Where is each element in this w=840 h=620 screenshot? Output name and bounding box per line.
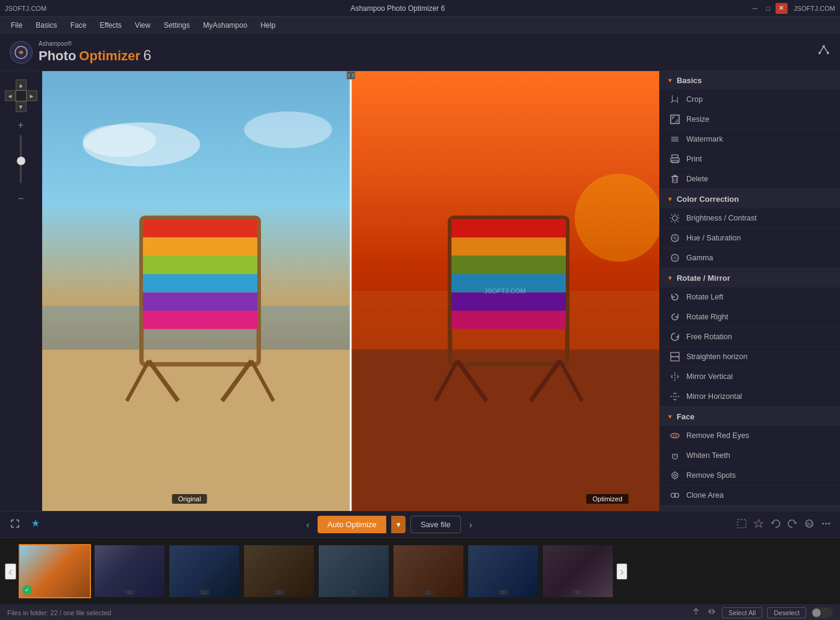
sidebar-label-remove-red-eyes: Remove Red Eyes [686,431,749,440]
remove-spots-icon [669,470,680,481]
nav-row: ◄ ► [5,90,37,101]
section-face-header[interactable]: ▼ Face [660,407,840,426]
sidebar-item-mirror-vertical[interactable]: Mirror Vertical [660,367,840,387]
svg-point-8 [83,125,156,157]
title-bar: JSOFTJ.COM Ashampoo Photo Optimizer 6 ─ … [0,0,840,17]
hue-icon [669,233,680,243]
nav-right-button[interactable]: ► [27,90,37,101]
select-all-button[interactable]: Select All [722,607,762,618]
star-button[interactable] [28,517,43,532]
section-face-title: Face [677,412,695,421]
sidebar-label-resize: Resize [686,115,709,124]
section-color-correction-header[interactable]: ▼ Color Correction [660,190,840,208]
menu-myashampoo[interactable]: MyAshampoo [197,19,253,31]
sidebar-item-delete[interactable]: Delete [660,169,840,189]
svg-rect-15 [143,256,257,274]
left-toolbar: ▲ ◄ ► ▼ + − [0,71,42,511]
zoom-out-button[interactable]: − [14,192,28,206]
sidebar-item-crop[interactable]: Crop [660,90,840,110]
menu-file[interactable]: File [5,19,28,31]
next-file-button[interactable]: › [466,518,476,532]
nav-down-button[interactable]: ▼ [16,101,27,112]
sort-up-icon[interactable] [691,606,701,619]
straighten-icon [669,351,680,362]
sort-lr-icon[interactable] [706,606,717,619]
menu-help[interactable]: Help [254,19,281,31]
sidebar-item-print[interactable]: Print [660,149,840,169]
menu-basics[interactable]: Basics [30,19,63,31]
svg-rect-16 [143,274,257,292]
undo-icon[interactable] [769,517,782,533]
deselect-button[interactable]: Deselect [767,607,806,618]
svg-rect-18 [143,311,257,329]
nav-up-button[interactable]: ▲ [16,80,27,90]
section-basics: ▼ Basics Crop Resize Watermark [660,71,840,190]
rotate-action-icon[interactable]: 90 [803,517,816,533]
sidebar-item-resize[interactable]: Resize [660,110,840,130]
sidebar-item-remove-red-eyes[interactable]: Remove Red Eyes [660,426,840,446]
section-rotate-mirror: ▼ Rotate / Mirror Rotate Left Rotate Rig… [660,269,840,407]
status-text: Files in folder: 22 / one file selected [7,609,111,616]
section-basics-title: Basics [677,76,702,85]
title-watermark-right: JSOFTJ.COM [794,5,835,12]
section-face: ▼ Face Remove Red Eyes Whiten Teeth Rem [660,407,840,506]
film-item-8[interactable]: □ [542,544,614,598]
sidebar-label-watermark: Watermark [686,135,723,143]
auto-optimize-dropdown[interactable]: ▾ [391,516,406,533]
menu-settings[interactable]: Settings [158,19,196,31]
redo-icon[interactable] [786,517,799,533]
menu-view[interactable]: View [129,19,157,31]
film-item-3[interactable]: □ [168,544,240,598]
sidebar-item-brightness-contrast[interactable]: Brightness / Contrast [660,208,840,228]
sidebar-item-rotate-right[interactable]: Rotate Right [660,307,840,327]
image-area: Original [42,71,659,511]
sidebar-item-mirror-horizontal[interactable]: Mirror Horizontal [660,387,840,407]
split-handle-top[interactable] [346,71,355,80]
save-file-button[interactable]: Save file [410,516,461,533]
svg-rect-47 [674,175,676,177]
auto-optimize-button[interactable]: Auto Optimize [318,516,386,533]
sidebar-item-remove-spots[interactable]: Remove Spots [660,466,840,486]
film-item-7[interactable]: □ [467,544,539,598]
section-effects-header[interactable]: ▼ Effects [660,506,840,511]
film-item-6[interactable]: □ [392,544,465,598]
nav-left-button[interactable]: ◄ [5,90,16,101]
minimize-button[interactable]: ─ [749,3,761,14]
filmstrip-next[interactable]: › [616,563,628,580]
svg-rect-11 [42,349,351,511]
close-button[interactable]: ✕ [776,3,788,14]
sidebar-item-gamma[interactable]: Gamma [660,248,840,268]
svg-marker-55 [671,355,672,358]
sidebar-item-clone-area[interactable]: Clone Area [660,486,840,506]
sidebar-item-watermark[interactable]: Watermark [660,130,840,149]
menu-effects[interactable]: Effects [93,19,127,31]
more-options-icon[interactable] [820,517,833,533]
film-item-1[interactable]: ✓ [19,544,91,598]
star-action-icon[interactable] [752,517,765,533]
maximize-button[interactable]: □ [762,3,774,14]
film-item-4[interactable]: □ [243,544,315,598]
film-item-2[interactable]: □ [93,544,166,598]
view-toggle[interactable] [811,607,833,618]
sidebar-item-free-rotation[interactable]: Free Rotation [660,327,840,347]
sidebar-item-whiten-teeth[interactable]: Whiten Teeth [660,446,840,466]
prev-file-button[interactable]: ‹ [303,518,313,532]
expand-button[interactable] [7,517,23,532]
section-basics-header[interactable]: ▼ Basics [660,71,840,90]
menu-bar: File Basics Face Effects View Settings M… [0,17,840,34]
split-divider[interactable] [350,71,352,511]
section-rotate-header[interactable]: ▼ Rotate / Mirror [660,269,840,287]
sidebar-item-rotate-left[interactable]: Rotate Left [660,287,840,307]
menu-face[interactable]: Face [64,19,93,31]
share-button[interactable] [817,44,830,60]
image-container: Original [42,71,659,511]
filmstrip-prev[interactable]: ‹ [5,563,16,580]
select-rect-icon[interactable] [735,517,748,533]
film-item-5[interactable]: □ [318,544,390,598]
zoom-thumb[interactable] [17,157,25,165]
svg-point-61 [674,435,676,437]
sidebar-item-hue-saturation[interactable]: Hue / Saturation [660,228,840,248]
app-logo: Ashampoo® Photo Optimizer 6 [10,40,151,64]
sidebar-item-straighten[interactable]: Straighten horizon [660,347,840,367]
zoom-in-button[interactable]: + [14,118,28,133]
